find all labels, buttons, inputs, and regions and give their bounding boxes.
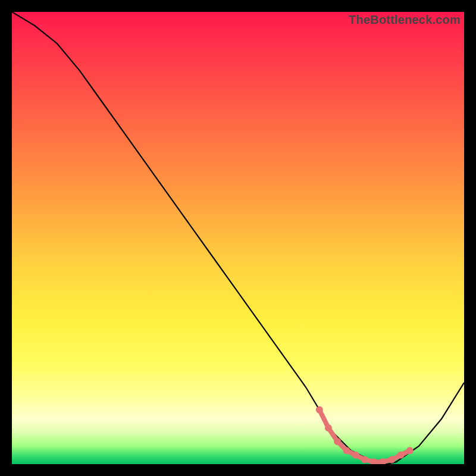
svg-point-20: [406, 447, 414, 454]
plot-area: TheBottleneck.com: [12, 12, 464, 464]
optimal-band: [316, 406, 414, 464]
curve-layer: [12, 12, 464, 464]
chart-frame: TheBottleneck.com: [0, 0, 476, 476]
bottleneck-curve: [12, 12, 464, 464]
